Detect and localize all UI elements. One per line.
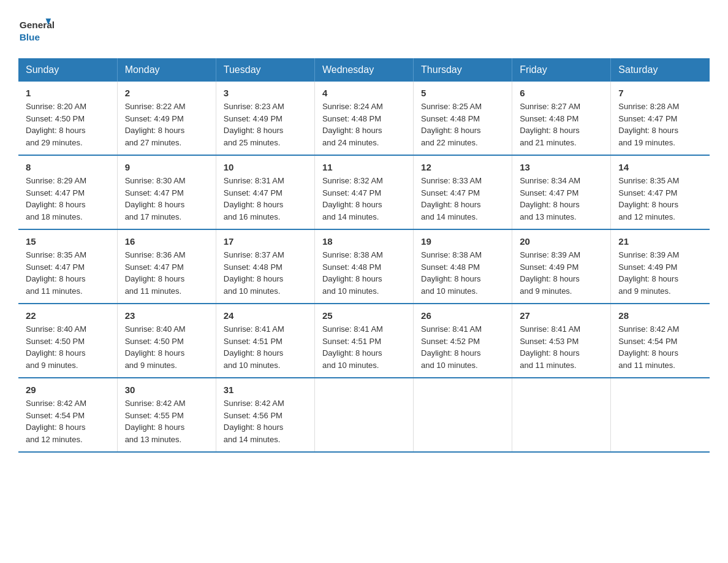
calendar-cell: 22 Sunrise: 8:40 AMSunset: 4:50 PMDaylig… <box>18 304 117 378</box>
day-info: Sunrise: 8:34 AMSunset: 4:47 PMDaylight:… <box>520 176 580 221</box>
day-number: 2 <box>125 88 208 98</box>
day-number: 4 <box>322 88 406 98</box>
calendar-cell: 11 Sunrise: 8:32 AMSunset: 4:47 PMDaylig… <box>314 155 413 229</box>
calendar-cell: 4 Sunrise: 8:24 AMSunset: 4:48 PMDayligh… <box>314 82 413 155</box>
day-info: Sunrise: 8:42 AMSunset: 4:55 PMDaylight:… <box>125 399 186 444</box>
day-number: 1 <box>26 88 110 98</box>
weekday-header-tuesday: Tuesday <box>216 58 314 82</box>
calendar-week-3: 15 Sunrise: 8:35 AMSunset: 4:47 PMDaylig… <box>18 229 710 304</box>
day-info: Sunrise: 8:31 AMSunset: 4:47 PMDaylight:… <box>224 176 284 221</box>
logo-icon: General Blue <box>18 12 55 46</box>
day-info: Sunrise: 8:29 AMSunset: 4:47 PMDaylight:… <box>26 176 86 221</box>
day-number: 19 <box>421 236 504 247</box>
calendar-cell: 29 Sunrise: 8:42 AMSunset: 4:54 PMDaylig… <box>18 378 117 452</box>
day-number: 29 <box>26 385 110 395</box>
calendar-cell: 18 Sunrise: 8:38 AMSunset: 4:48 PMDaylig… <box>314 229 413 304</box>
calendar-cell: 16 Sunrise: 8:36 AMSunset: 4:47 PMDaylig… <box>117 229 216 304</box>
day-number: 25 <box>322 310 406 321</box>
calendar-cell: 9 Sunrise: 8:30 AMSunset: 4:47 PMDayligh… <box>117 155 216 229</box>
day-number: 30 <box>125 385 208 395</box>
day-number: 12 <box>421 162 504 172</box>
day-info: Sunrise: 8:20 AMSunset: 4:50 PMDaylight:… <box>26 102 86 147</box>
calendar-week-5: 29 Sunrise: 8:42 AMSunset: 4:54 PMDaylig… <box>18 378 710 452</box>
day-number: 7 <box>618 88 702 98</box>
day-number: 24 <box>224 310 307 321</box>
day-number: 10 <box>224 162 307 172</box>
calendar-header: SundayMondayTuesdayWednesdayThursdayFrid… <box>18 58 710 82</box>
day-info: Sunrise: 8:25 AMSunset: 4:48 PMDaylight:… <box>421 102 482 147</box>
page-header: General Blue <box>18 12 710 46</box>
day-info: Sunrise: 8:38 AMSunset: 4:48 PMDaylight:… <box>322 250 383 296</box>
day-info: Sunrise: 8:42 AMSunset: 4:54 PMDaylight:… <box>618 324 679 370</box>
day-number: 28 <box>618 310 702 321</box>
day-number: 20 <box>520 236 603 247</box>
calendar-cell: 3 Sunrise: 8:23 AMSunset: 4:49 PMDayligh… <box>216 82 314 155</box>
day-info: Sunrise: 8:39 AMSunset: 4:49 PMDaylight:… <box>618 250 679 296</box>
calendar-cell: 17 Sunrise: 8:37 AMSunset: 4:48 PMDaylig… <box>216 229 314 304</box>
calendar-cell: 13 Sunrise: 8:34 AMSunset: 4:47 PMDaylig… <box>512 155 611 229</box>
day-info: Sunrise: 8:39 AMSunset: 4:49 PMDaylight:… <box>520 250 580 296</box>
calendar-cell: 5 Sunrise: 8:25 AMSunset: 4:48 PMDayligh… <box>414 82 512 155</box>
day-info: Sunrise: 8:35 AMSunset: 4:47 PMDaylight:… <box>618 176 679 221</box>
calendar-week-4: 22 Sunrise: 8:40 AMSunset: 4:50 PMDaylig… <box>18 304 710 378</box>
day-number: 23 <box>125 310 208 321</box>
logo[interactable]: General Blue <box>18 12 55 46</box>
day-info: Sunrise: 8:41 AMSunset: 4:52 PMDaylight:… <box>421 324 482 370</box>
calendar-cell: 26 Sunrise: 8:41 AMSunset: 4:52 PMDaylig… <box>414 304 512 378</box>
day-info: Sunrise: 8:40 AMSunset: 4:50 PMDaylight:… <box>26 324 86 370</box>
day-number: 3 <box>224 88 307 98</box>
day-info: Sunrise: 8:38 AMSunset: 4:48 PMDaylight:… <box>421 250 482 296</box>
day-number: 13 <box>520 162 603 172</box>
day-number: 18 <box>322 236 406 247</box>
calendar-cell: 15 Sunrise: 8:35 AMSunset: 4:47 PMDaylig… <box>18 229 117 304</box>
calendar-week-1: 1 Sunrise: 8:20 AMSunset: 4:50 PMDayligh… <box>18 82 710 155</box>
calendar-cell: 2 Sunrise: 8:22 AMSunset: 4:49 PMDayligh… <box>117 82 216 155</box>
calendar-cell: 8 Sunrise: 8:29 AMSunset: 4:47 PMDayligh… <box>18 155 117 229</box>
day-info: Sunrise: 8:22 AMSunset: 4:49 PMDaylight:… <box>125 102 186 147</box>
calendar-week-2: 8 Sunrise: 8:29 AMSunset: 4:47 PMDayligh… <box>18 155 710 229</box>
day-info: Sunrise: 8:40 AMSunset: 4:50 PMDaylight:… <box>125 324 186 370</box>
day-info: Sunrise: 8:41 AMSunset: 4:53 PMDaylight:… <box>520 324 580 370</box>
day-number: 31 <box>224 385 307 395</box>
day-info: Sunrise: 8:35 AMSunset: 4:47 PMDaylight:… <box>26 250 86 296</box>
day-number: 26 <box>421 310 504 321</box>
weekday-header-wednesday: Wednesday <box>314 58 413 82</box>
weekday-header-sunday: Sunday <box>18 58 117 82</box>
day-info: Sunrise: 8:37 AMSunset: 4:48 PMDaylight:… <box>224 250 284 296</box>
calendar-cell: 7 Sunrise: 8:28 AMSunset: 4:47 PMDayligh… <box>611 82 710 155</box>
calendar-cell: 1 Sunrise: 8:20 AMSunset: 4:50 PMDayligh… <box>18 82 117 155</box>
day-number: 11 <box>322 162 406 172</box>
calendar-cell: 12 Sunrise: 8:33 AMSunset: 4:47 PMDaylig… <box>414 155 512 229</box>
calendar-cell: 21 Sunrise: 8:39 AMSunset: 4:49 PMDaylig… <box>611 229 710 304</box>
day-info: Sunrise: 8:42 AMSunset: 4:54 PMDaylight:… <box>26 399 86 444</box>
day-info: Sunrise: 8:41 AMSunset: 4:51 PMDaylight:… <box>322 324 383 370</box>
calendar-cell: 30 Sunrise: 8:42 AMSunset: 4:55 PMDaylig… <box>117 378 216 452</box>
day-info: Sunrise: 8:24 AMSunset: 4:48 PMDaylight:… <box>322 102 383 147</box>
day-info: Sunrise: 8:41 AMSunset: 4:51 PMDaylight:… <box>224 324 284 370</box>
day-number: 6 <box>520 88 603 98</box>
calendar-cell: 14 Sunrise: 8:35 AMSunset: 4:47 PMDaylig… <box>611 155 710 229</box>
weekday-header-saturday: Saturday <box>611 58 710 82</box>
day-number: 15 <box>26 236 110 247</box>
calendar-cell <box>414 378 512 452</box>
calendar-cell: 6 Sunrise: 8:27 AMSunset: 4:48 PMDayligh… <box>512 82 611 155</box>
day-info: Sunrise: 8:36 AMSunset: 4:47 PMDaylight:… <box>125 250 186 296</box>
calendar-cell: 31 Sunrise: 8:42 AMSunset: 4:56 PMDaylig… <box>216 378 314 452</box>
calendar-cell: 28 Sunrise: 8:42 AMSunset: 4:54 PMDaylig… <box>611 304 710 378</box>
calendar-cell: 25 Sunrise: 8:41 AMSunset: 4:51 PMDaylig… <box>314 304 413 378</box>
day-info: Sunrise: 8:30 AMSunset: 4:47 PMDaylight:… <box>125 176 186 221</box>
calendar-cell: 27 Sunrise: 8:41 AMSunset: 4:53 PMDaylig… <box>512 304 611 378</box>
calendar-cell <box>611 378 710 452</box>
calendar-cell <box>314 378 413 452</box>
day-info: Sunrise: 8:33 AMSunset: 4:47 PMDaylight:… <box>421 176 482 221</box>
weekday-header-monday: Monday <box>117 58 216 82</box>
day-info: Sunrise: 8:32 AMSunset: 4:47 PMDaylight:… <box>322 176 383 221</box>
day-number: 5 <box>421 88 504 98</box>
calendar-cell: 10 Sunrise: 8:31 AMSunset: 4:47 PMDaylig… <box>216 155 314 229</box>
day-number: 14 <box>618 162 702 172</box>
day-number: 9 <box>125 162 208 172</box>
weekday-header-friday: Friday <box>512 58 611 82</box>
day-info: Sunrise: 8:27 AMSunset: 4:48 PMDaylight:… <box>520 102 580 147</box>
day-info: Sunrise: 8:42 AMSunset: 4:56 PMDaylight:… <box>224 399 284 444</box>
calendar-table: SundayMondayTuesdayWednesdayThursdayFrid… <box>18 58 710 453</box>
